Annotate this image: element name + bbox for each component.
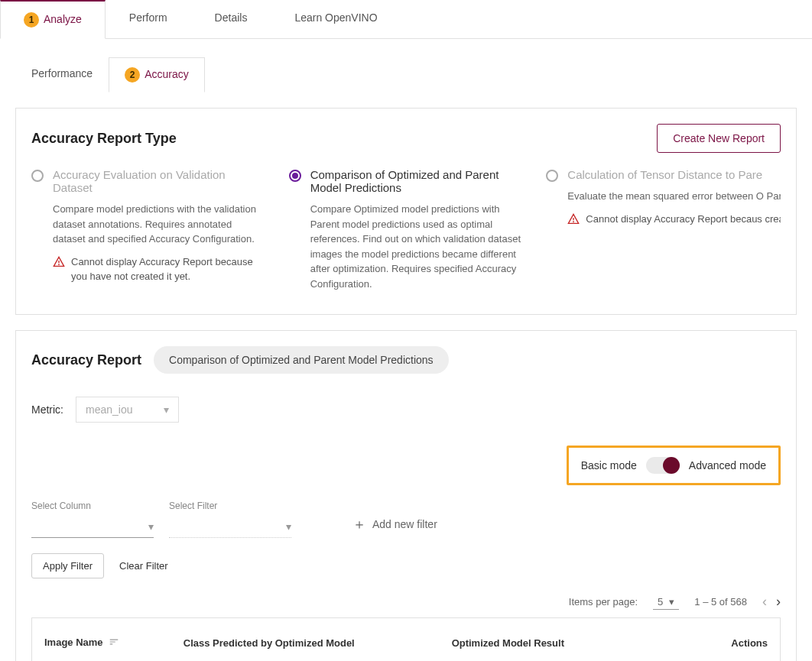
tab-perform[interactable]: Perform	[106, 0, 191, 38]
option-tensor-distance[interactable]: Calculation of Tensor Distance to Pare E…	[546, 168, 781, 299]
opt3-desc: Evaluate the mean squared error between …	[567, 189, 781, 204]
paginator: Items per page: 5 ▾ 1 – 5 of 568 ‹ ›	[31, 594, 781, 610]
metric-value: mean_iou	[86, 403, 133, 416]
chevron-down-icon: ▾	[148, 520, 154, 533]
select-filter-input[interactable]: ▾	[169, 516, 291, 538]
clear-filter-button[interactable]: Clear Filter	[119, 560, 168, 572]
add-filter-label: Add new filter	[372, 518, 437, 530]
chevron-down-icon: ▾	[286, 520, 291, 533]
warning-icon	[567, 213, 580, 228]
results-table: Image Name Class Predicted by Optimized …	[31, 617, 781, 661]
opt2-desc: Compare Optimized model predictions with…	[310, 202, 524, 291]
basic-mode-label: Basic mode	[581, 459, 637, 471]
option-comparison[interactable]: Comparison of Optimized and Parent Model…	[289, 168, 524, 299]
badge-one: 1	[24, 12, 39, 28]
top-tabs: 1Analyze Perform Details Learn OpenVINO	[0, 0, 812, 39]
col-result[interactable]: Optimized Model Result	[440, 618, 628, 662]
plus-icon: ＋	[352, 515, 366, 533]
select-column-label: Select Column	[31, 501, 154, 511]
chevron-down-icon: ▾	[164, 403, 169, 416]
apply-filter-button[interactable]: Apply Filter	[31, 553, 104, 578]
opt3-title: Calculation of Tensor Distance to Pare	[567, 168, 781, 181]
subtab-accuracy[interactable]: 2Accuracy	[109, 57, 205, 92]
accuracy-report-title: Accuracy Report	[31, 352, 141, 368]
tab-learn-openvino[interactable]: Learn OpenVINO	[271, 0, 401, 38]
svg-point-1	[59, 264, 60, 265]
opt1-warning: Cannot display Accuracy Report because y…	[71, 254, 266, 284]
metric-label: Metric:	[31, 403, 63, 416]
subtab-accuracy-label: Accuracy	[145, 68, 189, 80]
warning-icon	[53, 256, 65, 271]
opt1-desc: Compare model predictions with the valid…	[53, 202, 266, 247]
tab-analyze[interactable]: 1Analyze	[0, 0, 106, 39]
opt1-title: Accuracy Evaluation on Validation Datase…	[53, 168, 266, 194]
sub-tabs: Performance 2Accuracy	[15, 57, 797, 92]
mode-toggle[interactable]	[646, 457, 680, 474]
col-actions: Actions	[627, 618, 780, 662]
opt2-title: Comparison of Optimized and Parent Model…	[310, 168, 524, 194]
option-accuracy-evaluation[interactable]: Accuracy Evaluation on Validation Datase…	[31, 168, 266, 299]
advanced-mode-label: Advanced mode	[689, 459, 766, 471]
radio-tensor-distance[interactable]	[546, 170, 558, 182]
select-column-input[interactable]: ▾	[31, 516, 154, 538]
radio-comparison[interactable]	[289, 170, 301, 182]
prev-page-button[interactable]: ‹	[762, 594, 767, 610]
accuracy-report-type-title: Accuracy Report Type	[31, 131, 177, 147]
create-new-report-button[interactable]: Create New Report	[657, 124, 781, 153]
subtab-performance[interactable]: Performance	[15, 57, 109, 92]
col-image-name[interactable]: Image Name	[32, 618, 171, 662]
toggle-knob	[663, 457, 680, 474]
accuracy-report-card: Accuracy Report Comparison of Optimized …	[15, 330, 797, 661]
svg-point-3	[573, 222, 574, 222]
accuracy-report-type-card: Accuracy Report Type Create New Report A…	[15, 108, 797, 315]
tab-details[interactable]: Details	[191, 0, 271, 38]
metric-select[interactable]: mean_iou ▾	[76, 397, 179, 423]
items-per-page-value: 5	[658, 596, 663, 608]
tab-analyze-label: Analyze	[44, 13, 82, 25]
col-class-predicted[interactable]: Class Predicted by Optimized Model	[171, 618, 440, 662]
items-per-page-label: Items per page:	[569, 596, 638, 608]
chevron-down-icon: ▾	[669, 596, 674, 608]
col-image-name-label: Image Name	[44, 637, 103, 648]
add-new-filter-button[interactable]: ＋ Add new filter	[352, 515, 437, 538]
sort-icon	[109, 638, 119, 650]
report-type-pill: Comparison of Optimized and Parent Model…	[154, 346, 449, 374]
badge-two: 2	[125, 67, 140, 83]
page-range: 1 – 5 of 568	[694, 596, 747, 608]
mode-toggle-box: Basic mode Advanced mode	[567, 446, 781, 485]
radio-accuracy-evaluation[interactable]	[31, 170, 44, 182]
items-per-page-select[interactable]: 5 ▾	[653, 595, 679, 610]
next-page-button[interactable]: ›	[776, 594, 781, 610]
opt3-warning: Cannot display Accuracy Report becaus cr…	[586, 212, 781, 227]
select-filter-label: Select Filter	[169, 501, 291, 511]
